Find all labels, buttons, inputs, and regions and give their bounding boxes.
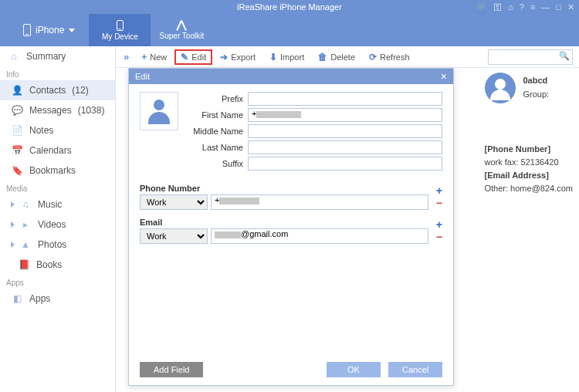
sidebar-label: Summary — [26, 51, 66, 62]
middle-name-input[interactable] — [248, 124, 442, 138]
prefix-input[interactable] — [248, 92, 442, 106]
sidebar-item-summary[interactable]: ⌂ Summary — [0, 46, 115, 66]
sidebar-label: Books — [36, 259, 62, 270]
sidebar-item-videos[interactable]: ▸ Videos — [0, 215, 115, 235]
title-bar: iReaShare iPhone Manager 🛒 ⚿ ⌂ ? ≡ — □ ✕ — [0, 0, 579, 14]
close-icon[interactable]: ✕ — [567, 2, 574, 12]
sidebar-item-bookmarks[interactable]: 🔖 Bookmarks — [0, 161, 115, 181]
pencil-icon: ✎ — [181, 52, 188, 63]
first-name-input[interactable]: + — [248, 108, 442, 122]
delete-button[interactable]: 🗑Delete — [312, 49, 361, 65]
tab-my-device[interactable]: My Device — [89, 14, 151, 46]
phone-add-button[interactable]: + — [436, 185, 442, 196]
phone-remove-button[interactable]: − — [436, 198, 442, 208]
chevron-down-icon — [69, 29, 75, 32]
tools-icon — [175, 21, 188, 30]
chevron-right-icon — [11, 242, 15, 248]
sidebar-item-music[interactable]: ♫ Music — [0, 194, 115, 215]
home-icon[interactable]: ⌂ — [508, 2, 513, 12]
minimize-icon[interactable]: — — [541, 2, 550, 12]
email-type-select[interactable]: Work — [140, 228, 208, 244]
import-button[interactable]: ⬇Import — [263, 49, 310, 65]
sidebar-label: Bookmarks — [29, 165, 76, 176]
sidebar-group-media: Media — [0, 181, 115, 194]
sidebar-label: Photos — [38, 239, 66, 250]
toolbar: » +New ✎Edit ➔Export ⬇Import 🗑Delete ⟳Re… — [116, 46, 579, 68]
tab-super-toolkit[interactable]: Super Toolkit — [151, 14, 212, 46]
sidebar-item-contacts[interactable]: 👤 Contacts (12) — [0, 80, 115, 100]
edit-button[interactable]: ✎Edit — [174, 49, 212, 65]
help-icon[interactable]: ? — [520, 2, 524, 12]
group-label: Group: — [523, 90, 550, 99]
music-icon: ♫ — [19, 199, 32, 210]
phone-icon — [23, 24, 31, 36]
export-button[interactable]: ➔Export — [214, 49, 262, 65]
avatar-picker[interactable] — [140, 92, 178, 130]
sidebar-item-photos[interactable]: ▲ Photos — [0, 235, 115, 255]
menu-icon[interactable]: ≡ — [530, 2, 535, 12]
device-selector[interactable]: iPhone — [0, 14, 89, 46]
new-button[interactable]: +New — [135, 49, 173, 65]
email-remove-button[interactable]: − — [436, 231, 442, 242]
dialog-titlebar: Edit × — [129, 69, 453, 84]
phone-input[interactable]: + — [211, 194, 428, 210]
cancel-button[interactable]: Cancel — [388, 362, 442, 377]
photo-icon: ▲ — [19, 239, 32, 250]
calendar-icon: 📅 — [11, 145, 23, 156]
last-name-label: Last Name — [188, 143, 248, 152]
window-controls: 🛒 ⚿ ⌂ ? ≡ — □ ✕ — [476, 2, 574, 12]
last-name-input[interactable] — [248, 140, 442, 154]
tab-label: My Device — [102, 32, 138, 41]
contacts-icon: 👤 — [11, 85, 23, 96]
messages-icon: 💬 — [11, 105, 23, 116]
phone-value: work fax: 52136420 — [485, 157, 574, 167]
header-bar: iPhone My Device Super Toolkit — [0, 14, 579, 46]
sidebar-label: Music — [38, 199, 62, 210]
maximize-icon[interactable]: □ — [556, 2, 561, 12]
notes-icon: 📄 — [11, 125, 23, 136]
sidebar-label: Messages — [29, 105, 72, 116]
key-icon[interactable]: ⚿ — [493, 2, 502, 12]
sidebar-item-apps[interactable]: ◧ Apps — [0, 289, 115, 309]
refresh-button[interactable]: ⟳Refresh — [363, 49, 416, 65]
dialog-close-button[interactable]: × — [441, 71, 447, 82]
export-icon: ➔ — [220, 52, 228, 63]
book-icon: 📕 — [18, 259, 30, 270]
search-input[interactable] — [488, 49, 573, 65]
sidebar-label: Calendars — [29, 145, 72, 156]
ok-button[interactable]: OK — [327, 362, 381, 377]
sidebar-label: Contacts — [29, 85, 66, 96]
phone-type-select[interactable]: Work — [140, 194, 208, 210]
sidebar-count: (12) — [72, 85, 88, 96]
sidebar-item-messages[interactable]: 💬 Messages (1038) — [0, 100, 115, 120]
sidebar-group-apps: Apps — [0, 275, 115, 289]
trash-icon: 🗑 — [318, 52, 327, 63]
contact-name: 0abcd — [523, 76, 548, 85]
sidebar-item-books[interactable]: 📕 Books — [0, 255, 115, 275]
email-section-label: Email — [140, 218, 428, 227]
toolbar-expand[interactable]: » — [119, 51, 134, 63]
prefix-label: Prefix — [188, 94, 248, 103]
home-icon: ⌂ — [8, 51, 20, 62]
email-add-button[interactable]: + — [436, 219, 442, 230]
sidebar-group-info: Info — [0, 66, 115, 80]
sidebar: ⌂ Summary Info 👤 Contacts (12) 💬 Message… — [0, 46, 116, 392]
plus-icon: + — [141, 52, 147, 63]
email-header: [Email Address] — [485, 171, 574, 180]
import-icon: ⬇ — [269, 52, 277, 63]
refresh-icon: ⟳ — [369, 52, 377, 63]
sidebar-count: (1038) — [78, 105, 105, 116]
contact-detail-panel: 0abcd Group: [Phone Number] work fax: 52… — [485, 73, 574, 197]
sidebar-item-calendars[interactable]: 📅 Calendars — [0, 140, 115, 161]
cart-icon[interactable]: 🛒 — [476, 2, 487, 12]
suffix-label: Suffix — [188, 159, 248, 168]
add-field-button[interactable]: Add Field — [140, 362, 203, 377]
email-input[interactable]: @gmail.com — [211, 228, 428, 244]
sidebar-item-notes[interactable]: 📄 Notes — [0, 120, 115, 140]
sidebar-label: Videos — [38, 219, 66, 230]
chevron-right-icon — [11, 201, 15, 208]
apps-icon: ◧ — [11, 293, 23, 304]
suffix-input[interactable] — [248, 157, 442, 171]
first-name-label: First Name — [188, 110, 248, 120]
avatar — [485, 73, 516, 103]
